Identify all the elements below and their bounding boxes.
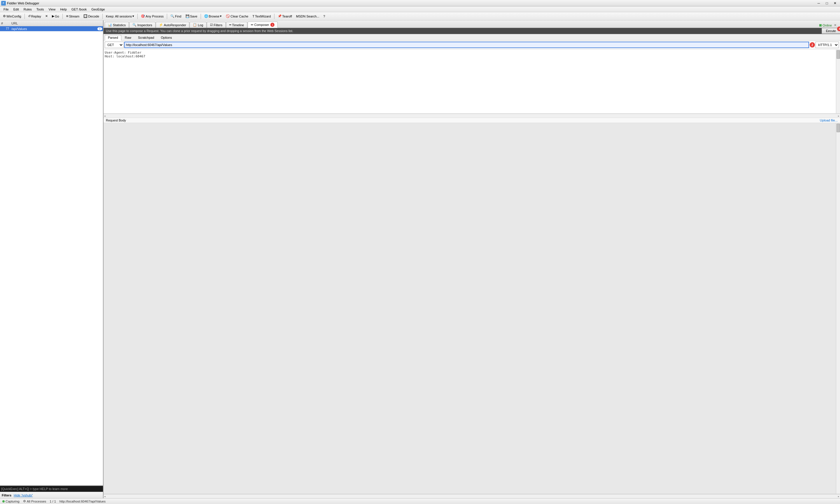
browse-button[interactable]: 🌐 Browse ▾ [202, 13, 224, 19]
headers-h-scrollbar[interactable]: ◂ ▸ [104, 114, 840, 118]
autoresponder-icon: ⚡ [159, 23, 163, 27]
right-scroll-arrow[interactable]: ▸ [838, 114, 839, 118]
session-count: 1 / 1 [50, 500, 56, 503]
scroll-thumb[interactable] [837, 50, 840, 59]
log-icon: 📋 [193, 23, 197, 27]
menu-file[interactable]: File [1, 6, 11, 12]
help-button[interactable]: ? [322, 13, 327, 19]
find-button[interactable]: 🔍 Find [169, 13, 183, 19]
composer-area: Use this page to compose a Request. You … [104, 28, 840, 498]
tearoff-button[interactable]: 📌 Tearoff [276, 13, 294, 19]
app-icon: F [1, 1, 6, 5]
body-h-scrollbar[interactable]: ◂ ▸ [104, 494, 840, 498]
method-select[interactable]: GET POST PUT DELETE HEAD OPTIONS PATCH [105, 42, 124, 48]
request-body-label: Request Body [106, 119, 126, 122]
clear-cache-button[interactable]: 🚫 Clear Cache [224, 13, 250, 19]
menu-help[interactable]: Help [58, 6, 69, 12]
minimize-button[interactable]: ─ [815, 0, 823, 6]
app-title: Fiddler Web Debugger [7, 1, 39, 5]
menu-tools[interactable]: Tools [34, 6, 46, 12]
tab-log-label: Log [198, 23, 203, 27]
tab-timeline[interactable]: ━ Timeline [226, 22, 247, 28]
capturing-label: Capturing [5, 500, 19, 503]
inspectors-icon: 🔍 [133, 23, 137, 27]
toolbar-separator-6 [201, 14, 201, 19]
clear-cache-icon: 🚫 [226, 14, 230, 18]
headers-area[interactable]: User-Agent: Fiddler Host: localhost:6046… [104, 50, 840, 114]
replay-button[interactable]: ↺ Replay [26, 13, 43, 19]
tab-filters[interactable]: ☑ Filters [207, 22, 226, 28]
url-status: http://localhost:60467/api/Values [59, 500, 106, 503]
toolbar-separator-1 [24, 14, 25, 19]
execute-label: E [826, 29, 828, 33]
url-input[interactable] [124, 42, 809, 48]
session-count-status: 1 / 1 [50, 500, 56, 503]
execute-button[interactable]: Eecute 3 [822, 28, 840, 34]
online-button[interactable]: Online ✕ [817, 23, 839, 28]
sub-tab-parsed[interactable]: Parsed [105, 35, 121, 40]
session-row[interactable]: 77 /api/Values 4 [0, 26, 103, 32]
status-bar: Capturing ⚙ All Processes 1 / 1 http://l… [0, 498, 840, 504]
quickexec-panel[interactable]: [QuickExec] ALT+Q > type HELP to learn m… [0, 485, 103, 492]
any-process-icon: 🎯 [141, 14, 145, 18]
maximize-button[interactable]: □ [823, 0, 831, 6]
session-number: 77 [0, 27, 10, 30]
body-right-scroll-arrow[interactable]: ▸ [838, 495, 839, 498]
composer-icon: ✏ [251, 23, 254, 27]
tearoff-icon: 📌 [278, 14, 282, 18]
headers-scrollbar[interactable] [836, 50, 840, 113]
http-version-select[interactable]: HTTP/1.1 HTTP/2 [816, 42, 839, 48]
msdn-button[interactable]: MSDN Search... [294, 13, 321, 19]
balloon-2: 2 [810, 42, 815, 48]
status-url: http://localhost:60467/api/Values [59, 500, 106, 503]
body-scroll-thumb[interactable] [837, 124, 840, 132]
close-button[interactable]: ✕ [831, 0, 839, 6]
menu-geoedge[interactable]: GeoEdge [89, 6, 107, 12]
filters-bar: Filters Hide '/vshub/' [0, 492, 103, 498]
request-body-area[interactable] [104, 123, 840, 494]
tab-inspectors[interactable]: 🔍 Inspectors [129, 22, 155, 28]
stop-button[interactable]: ✕ [44, 13, 50, 19]
replay-icon: ↺ [28, 14, 31, 18]
tab-log[interactable]: 📋 Log [190, 22, 206, 28]
sub-tab-options[interactable]: Options [158, 35, 175, 40]
process-filter-status: ⚙ All Processes [23, 499, 46, 503]
upload-file-link[interactable]: Upload file... [820, 119, 838, 122]
hide-vshub-link[interactable]: Hide '/vshub/' [14, 493, 33, 497]
menu-get-book[interactable]: GET /book [69, 6, 89, 12]
sessions-list[interactable]: 77 /api/Values 4 [0, 26, 103, 485]
stream-button[interactable]: ≋ Stream [64, 13, 81, 19]
tab-composer[interactable]: ✏ Composer 1 [247, 21, 278, 28]
statistics-icon: 📊 [108, 23, 112, 27]
menu-edit[interactable]: Edit [11, 6, 21, 12]
keep-sessions-button[interactable]: Keep: All sessions ▾ [104, 13, 136, 19]
tab-statistics[interactable]: 📊 Statistics [105, 22, 129, 28]
tab-autoresponder[interactable]: ⚡ AutoResponder [156, 22, 189, 28]
tab-autoresponder-label: AutoResponder [164, 23, 186, 27]
save-button[interactable]: 💾 Save [184, 13, 199, 19]
timeline-icon: ━ [229, 23, 231, 27]
decode-icon: 🔲 [83, 14, 87, 18]
body-scrollbar[interactable] [836, 123, 840, 494]
winconfig-icon: ⚙ [3, 14, 6, 18]
sub-tab-raw[interactable]: Raw [122, 35, 135, 40]
sub-tabs: Parsed Raw Scratchpad Options [104, 34, 840, 40]
menu-view[interactable]: View [46, 6, 58, 12]
close-online-icon[interactable]: ✕ [834, 23, 837, 27]
sub-tab-scratchpad[interactable]: Scratchpad [135, 35, 157, 40]
toolbar-separator-4 [137, 14, 138, 19]
online-label: Online [823, 23, 832, 27]
winconfig-button[interactable]: ⚙ WinConfig [1, 13, 23, 19]
left-scroll-arrow[interactable]: ◂ [104, 114, 106, 118]
decode-button[interactable]: 🔲 Decode [82, 13, 101, 19]
toolbar-separator-5 [167, 14, 167, 19]
any-process-button[interactable]: 🎯 Any Process [139, 13, 165, 19]
text-wizard-button[interactable]: T TextWizard [251, 13, 272, 19]
go-button[interactable]: ▶ Go [50, 13, 61, 19]
tab-timeline-label: Timeline [232, 23, 244, 27]
body-left-scroll-arrow[interactable]: ◂ [104, 495, 106, 498]
tab-statistics-label: Statistics [113, 23, 126, 27]
url-row: GET POST PUT DELETE HEAD OPTIONS PATCH 2… [104, 40, 840, 50]
menu-rules[interactable]: Rules [21, 6, 34, 12]
execute-btn-container: Eecute 3 [822, 28, 840, 34]
